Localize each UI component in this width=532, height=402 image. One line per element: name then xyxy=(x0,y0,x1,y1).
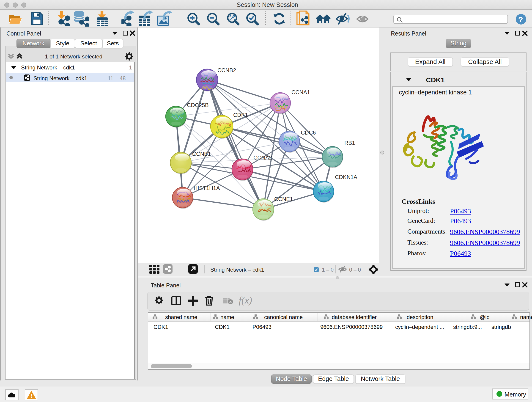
svg-text:CCNB2: CCNB2 xyxy=(217,67,236,73)
svg-text:RB1: RB1 xyxy=(344,140,355,146)
svg-text:CCNE1: CCNE1 xyxy=(274,196,293,202)
svg-text:CCNB1: CCNB1 xyxy=(192,151,211,157)
svg-text:CDC25B: CDC25B xyxy=(187,102,209,108)
svg-text:CCNA1: CCNA1 xyxy=(291,89,310,95)
svg-text:CCNA2: CCNA2 xyxy=(253,154,272,161)
svg-text:CDK1: CDK1 xyxy=(233,112,248,118)
svg-text:CDKN1A: CDKN1A xyxy=(335,174,357,180)
svg-text:HIST1H1A: HIST1H1A xyxy=(194,185,220,191)
svg-text:CDC6: CDC6 xyxy=(301,129,316,136)
